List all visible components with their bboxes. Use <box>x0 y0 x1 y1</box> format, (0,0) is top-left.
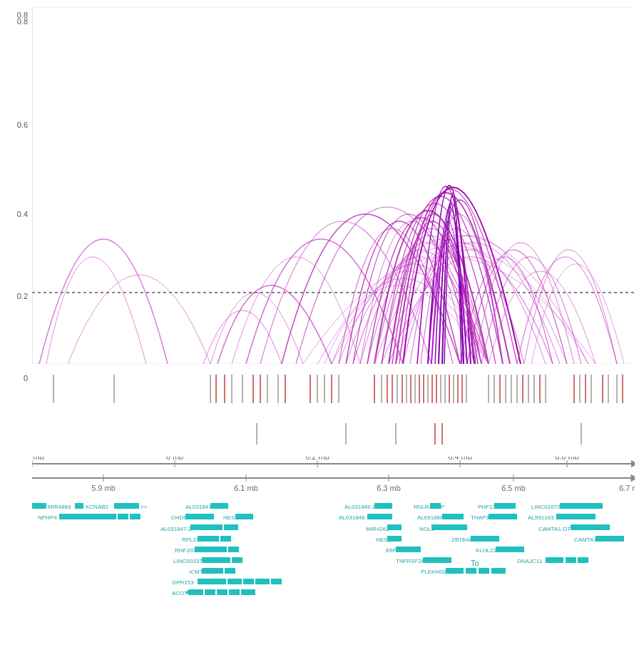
svg-text:6.7 mb: 6.7 mb <box>619 484 635 492</box>
svg-rect-172 <box>189 589 203 595</box>
svg-rect-154 <box>546 557 563 563</box>
svg-text:>>: >> <box>140 504 148 510</box>
svg-text:LINC00337: LINC00337 <box>173 558 203 564</box>
svg-rect-168 <box>243 579 254 584</box>
y-label-0: 0 <box>24 374 28 382</box>
svg-rect-152 <box>423 557 451 563</box>
genomic-axis: 5.8 mb 6 mb 6.2 mb 6.4 mb 6.6 mb 5.9 mb … <box>32 457 635 492</box>
svg-text:6 mb: 6 mb <box>166 457 183 461</box>
svg-text:RNF207: RNF207 <box>175 547 196 554</box>
svg-rect-124 <box>190 524 223 530</box>
svg-rect-163 <box>479 568 489 574</box>
svg-rect-120 <box>489 514 517 519</box>
svg-rect-143 <box>228 547 239 552</box>
svg-rect-159 <box>225 568 235 574</box>
svg-text:MIR4889: MIR4889 <box>48 504 71 510</box>
svg-rect-127 <box>387 524 402 530</box>
svg-text:AL031848.2: AL031848.2 <box>344 504 376 510</box>
gene-track: MIR4889 KCNAB2 >> AL031847.1 AL031848.2 … <box>32 499 635 642</box>
svg-text:MIR4262: MIR4262 <box>366 526 389 532</box>
gene-track-svg: MIR4889 KCNAB2 >> AL031847.1 AL031848.2 … <box>32 499 635 642</box>
svg-text:GPR153: GPR153 <box>172 579 194 586</box>
svg-rect-167 <box>228 579 242 584</box>
svg-rect-125 <box>224 524 238 530</box>
svg-text:AL031847.2: AL031847.2 <box>160 526 192 532</box>
svg-rect-108 <box>59 514 116 519</box>
svg-text:6.3 mb: 6.3 mb <box>377 484 401 492</box>
svg-rect-170 <box>271 579 282 584</box>
svg-rect-173 <box>205 589 215 595</box>
svg-rect-106 <box>560 503 603 509</box>
svg-rect-142 <box>195 547 227 552</box>
svg-text:CHD6: CHD6 <box>171 514 187 521</box>
svg-rect-131 <box>571 524 610 530</box>
genomic-axis-svg: 5.8 mb 6 mb 6.2 mb 6.4 mb 6.6 mb 5.9 mb … <box>32 457 635 492</box>
y-axis: 0.8 0.6 0.4 0.2 0 0.8 <box>0 7 31 364</box>
svg-rect-149 <box>202 557 230 563</box>
svg-rect-122 <box>556 514 596 519</box>
svg-text:PLEKHG6: PLEKHG6 <box>421 569 447 575</box>
svg-rect-150 <box>232 557 242 563</box>
svg-rect-134 <box>220 536 231 542</box>
snp-track2-svg <box>32 420 635 448</box>
to-label: To <box>471 559 479 567</box>
svg-marker-70 <box>631 474 635 482</box>
svg-rect-174 <box>217 589 228 595</box>
svg-rect-100 <box>374 503 392 509</box>
svg-rect-155 <box>566 557 576 563</box>
svg-rect-140 <box>596 536 624 542</box>
svg-rect-138 <box>471 536 499 542</box>
svg-text:PHF13: PHF13 <box>478 504 496 510</box>
svg-rect-95 <box>114 503 139 509</box>
svg-text:6.4 mb: 6.4 mb <box>448 457 472 461</box>
svg-rect-116 <box>367 514 392 519</box>
svg-rect-112 <box>185 514 214 519</box>
svg-text:ICMT: ICMT <box>189 569 203 575</box>
svg-text:KCNAB2: KCNAB2 <box>86 504 109 510</box>
svg-text:CAMTA1: CAMTA1 <box>574 537 597 543</box>
svg-rect-147 <box>496 547 524 552</box>
svg-text:RPL22: RPL22 <box>182 537 200 543</box>
svg-text:CAMTA1-DT: CAMTA1-DT <box>538 526 571 532</box>
svg-text:5.9 mb: 5.9 mb <box>91 484 116 492</box>
svg-marker-68 <box>631 460 635 467</box>
svg-rect-161 <box>446 568 464 574</box>
svg-rect-98 <box>210 503 228 509</box>
svg-rect-136 <box>387 536 402 542</box>
svg-rect-109 <box>118 514 128 519</box>
svg-rect-133 <box>198 536 219 542</box>
chart-area <box>32 7 635 364</box>
svg-rect-169 <box>255 579 270 584</box>
svg-rect-166 <box>198 579 226 584</box>
svg-text:6.1 mb: 6.1 mb <box>234 484 258 492</box>
svg-text:KLHL21: KLHL21 <box>476 547 496 554</box>
svg-text:6.5 mb: 6.5 mb <box>501 484 526 492</box>
svg-text:NPHP4: NPHP4 <box>38 514 57 521</box>
svg-text:DNAJC11: DNAJC11 <box>517 558 543 564</box>
svg-rect-102 <box>430 503 441 509</box>
svg-text:LINC01672: LINC01672 <box>531 504 561 510</box>
svg-rect-162 <box>466 568 476 574</box>
svg-rect-158 <box>202 568 223 574</box>
svg-rect-110 <box>130 514 140 519</box>
svg-rect-104 <box>494 503 516 509</box>
svg-text:6.6 mb: 6.6 mb <box>555 457 579 461</box>
svg-rect-176 <box>241 589 255 595</box>
svg-rect-175 <box>229 589 240 595</box>
svg-rect-145 <box>396 547 421 552</box>
svg-text:ZBTB48: ZBTB48 <box>451 537 473 543</box>
svg-text:AL031848.1: AL031848.1 <box>339 514 370 521</box>
y-label-02: 0.2 <box>17 292 28 300</box>
svg-rect-129 <box>431 524 467 530</box>
svg-text:6.2 mb: 6.2 mb <box>305 457 329 461</box>
svg-text:5.8 mb: 5.8 mb <box>32 457 44 461</box>
main-container: 0.8 0.6 0.4 0.2 0 0.8 <box>0 0 644 645</box>
svg-rect-93 <box>75 503 83 509</box>
svg-text:TNFRSF26: TNFRSF26 <box>396 558 425 564</box>
svg-rect-118 <box>442 514 464 519</box>
svg-rect-164 <box>491 568 506 574</box>
y-label-04: 0.4 <box>17 210 28 218</box>
svg-rect-114 <box>235 514 253 519</box>
svg-rect-156 <box>578 557 588 563</box>
snp-track-1 <box>32 371 635 414</box>
